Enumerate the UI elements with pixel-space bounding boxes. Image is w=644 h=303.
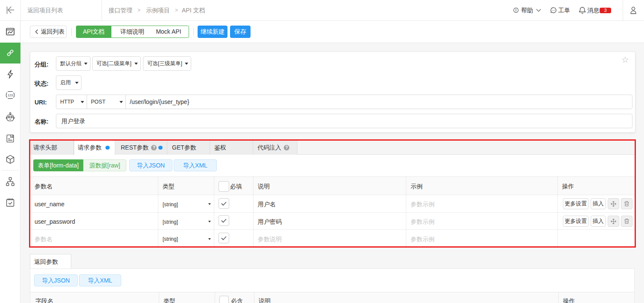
svg-text:123: 123 [8,93,13,97]
